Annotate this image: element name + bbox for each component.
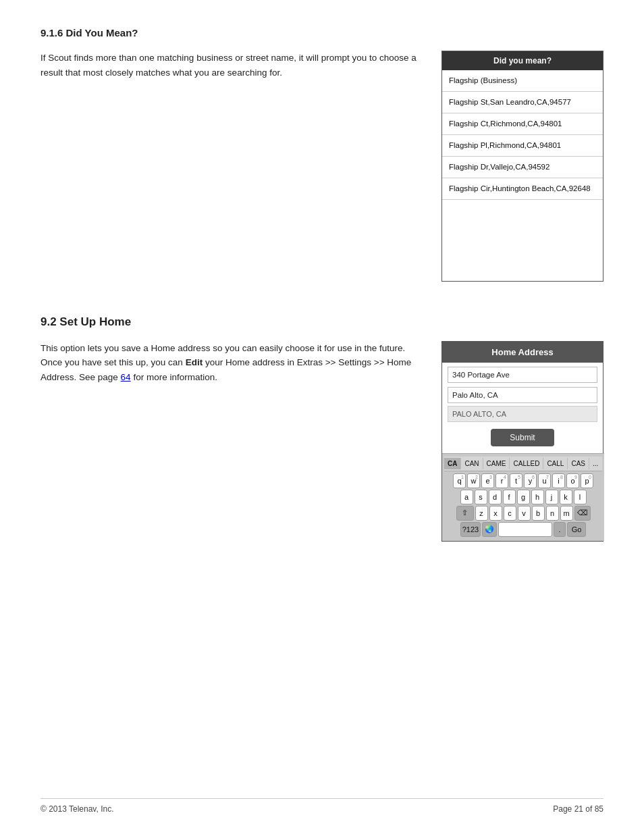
shift-key[interactable]: ⇧ <box>456 506 474 521</box>
did-you-mean-widget: Did you mean? Flagship (Business) Flagsh… <box>441 51 603 282</box>
did-you-mean-item[interactable]: Flagship Ct,Richmond,CA,94801 <box>442 113 603 135</box>
numbers-key[interactable]: ?123 <box>460 522 481 537</box>
keyboard-row-1: 1q 2w 3e 4r 5t 6y 7u 8i 9o 0p <box>444 473 602 488</box>
key-u[interactable]: 7u <box>538 473 551 488</box>
footer-page-number: Page 21 of 85 <box>553 804 603 814</box>
key-t[interactable]: 5t <box>510 473 522 488</box>
key-e[interactable]: 3e <box>481 473 494 488</box>
section-916-text: If Scout finds more than one matching bu… <box>41 51 421 80</box>
key-j[interactable]: j <box>545 490 558 504</box>
submit-button[interactable]: Submit <box>491 429 554 446</box>
key-p[interactable]: 0p <box>581 473 593 488</box>
address-field-2[interactable]: Palo Alto, CA <box>448 387 597 403</box>
suggestion-cas[interactable]: CAS <box>568 458 589 469</box>
key-d[interactable]: d <box>489 490 502 504</box>
space-key[interactable] <box>498 522 552 537</box>
did-you-mean-item[interactable]: Flagship (Business) <box>442 70 603 92</box>
keyboard-row-2: a s d f g h j k l <box>444 490 602 504</box>
key-z[interactable]: z <box>475 506 488 521</box>
page-link[interactable]: 64 <box>121 372 131 382</box>
keyboard-row-3: ⇧ z x c v b n m ⌫ <box>444 506 602 521</box>
key-g[interactable]: g <box>517 490 530 504</box>
backspace-key[interactable]: ⌫ <box>574 506 591 521</box>
did-you-mean-item[interactable]: Flagship St,San Leandro,CA,94577 <box>442 92 603 113</box>
suggestion-came[interactable]: CAME <box>483 458 510 469</box>
section-92-title: 9.2 Set Up Home <box>41 315 603 329</box>
did-you-mean-item[interactable]: Flagship Cir,Huntington Beach,CA,92648 <box>442 178 603 200</box>
key-v[interactable]: v <box>518 506 531 521</box>
suggestion-ca[interactable]: CA <box>444 458 461 469</box>
home-address-widget: Home Address 340 Portage Ave Palo Alto, … <box>441 341 603 542</box>
suggestion-call[interactable]: CALL <box>543 458 568 469</box>
key-y[interactable]: 6y <box>524 473 537 488</box>
keyboard-row-4: ?123 🌏 . Go <box>444 522 602 537</box>
key-k[interactable]: k <box>560 490 572 504</box>
key-i[interactable]: 8i <box>552 473 565 488</box>
footer-copyright: © 2013 Telenav, Inc. <box>41 804 113 814</box>
home-address-header: Home Address <box>442 342 603 363</box>
period-key[interactable]: . <box>554 522 566 537</box>
keyboard-suggestions-row: CA CAN CAME CALLED CALL CAS ... <box>444 457 602 471</box>
go-key[interactable]: Go <box>567 522 586 537</box>
key-w[interactable]: 2w <box>467 473 480 488</box>
key-c[interactable]: c <box>504 506 516 521</box>
key-n[interactable]: n <box>546 506 559 521</box>
did-you-mean-header: Did you mean? <box>442 51 603 70</box>
globe-key[interactable]: 🌏 <box>482 522 497 537</box>
key-l[interactable]: l <box>574 490 587 504</box>
key-b[interactable]: b <box>532 506 545 521</box>
section-92-text: This option lets you save a Home address… <box>41 341 421 385</box>
key-f[interactable]: f <box>503 490 516 504</box>
key-q[interactable]: 1q <box>453 473 466 488</box>
key-r[interactable]: 4r <box>495 473 508 488</box>
key-o[interactable]: 9o <box>566 473 579 488</box>
keyboard: CA CAN CAME CALLED CALL CAS ... 1q 2w <box>442 453 604 541</box>
section-916-title: 9.1.6 Did You Mean? <box>41 27 603 38</box>
key-x[interactable]: x <box>489 506 502 521</box>
key-a[interactable]: a <box>460 490 473 504</box>
suggestion-more[interactable]: ... <box>589 458 601 469</box>
did-you-mean-item[interactable]: Flagship Pl,Richmond,CA,94801 <box>442 135 603 157</box>
did-you-mean-item[interactable]: Flagship Dr,Vallejo,CA,94592 <box>442 157 603 178</box>
key-h[interactable]: h <box>531 490 544 504</box>
page-footer: © 2013 Telenav, Inc. Page 21 of 85 <box>41 798 603 814</box>
address-field-3: PALO ALTO, CA <box>448 406 597 422</box>
key-m[interactable]: m <box>560 506 573 521</box>
key-s[interactable]: s <box>475 490 487 504</box>
suggestion-can[interactable]: CAN <box>461 458 483 469</box>
address-field-1[interactable]: 340 Portage Ave <box>448 367 597 383</box>
suggestion-called[interactable]: CALLED <box>510 458 543 469</box>
